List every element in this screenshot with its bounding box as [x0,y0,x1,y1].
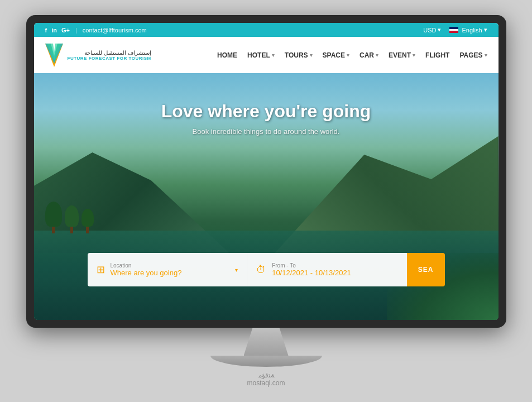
monitor-outer: f in G+ | contact@lfftourism.com USD ▾ [26,15,506,328]
flag-icon [449,27,458,33]
monitor: f in G+ | contact@lfftourism.com USD ▾ [26,15,506,328]
hero-subtitle: Book incredible things to do around the … [34,127,499,136]
nav-car[interactable]: CAR ▾ [360,51,378,59]
top-bar-left: f in G+ | contact@lfftourism.com [45,27,147,34]
currency-arrow: ▾ [438,26,441,34]
logo-area: إستشراف المستقبل للسياحة FUTURE FORECAST… [45,44,151,67]
location-dropdown-arrow: ▾ [235,267,238,273]
nav-hotel[interactable]: HOTEL ▾ [247,51,275,59]
hero-trees [45,202,94,233]
tree-crown-2 [65,205,79,227]
tree-1 [45,202,62,233]
facebook-icon[interactable]: f [45,27,47,34]
search-bar: ⊞ Location Where are you going? ▾ ⏱ [88,253,445,286]
watermark-url: mostaql.com [247,379,285,387]
location-icon: ⊞ [97,264,105,276]
nav-flight[interactable]: FLIGHT [425,51,449,59]
space-arrow: ▾ [347,52,349,58]
watermark: ﺔﺘﻗﺆﻣ mostaql.com [247,371,285,387]
calendar-icon: ⏱ [256,264,266,276]
language-selector[interactable]: English ▾ [449,26,487,34]
monitor-screen: f in G+ | contact@lfftourism.com USD ▾ [34,23,499,320]
tree-trunk-2 [70,227,73,233]
location-content: Location Where are you going? [111,262,182,277]
tree-trunk-3 [86,227,89,233]
monitor-stand-base [210,356,322,367]
tree-crown-1 [45,202,62,227]
car-arrow: ▾ [376,52,378,58]
logo-line1: FUTURE FORECAST FOR [68,56,129,61]
linkedin-icon[interactable]: in [51,27,57,34]
hero-title: Love where you're going [34,101,499,122]
googleplus-icon[interactable]: G+ [61,27,70,34]
website: f in G+ | contact@lfftourism.com USD ▾ [34,23,499,320]
currency-value: USD [423,27,436,34]
logo-v-icon [45,44,63,67]
nav-pages[interactable]: PAGES ▾ [459,51,487,59]
scene: f in G+ | contact@lfftourism.com USD ▾ [0,0,532,402]
nav-tours[interactable]: TOURS ▾ [285,51,313,59]
tours-arrow: ▾ [310,52,313,58]
nav-home[interactable]: HOME [217,51,237,59]
social-links: f in G+ [45,27,70,34]
language-value: English [462,27,482,34]
tree-3 [82,209,94,233]
watermark-arabic: ﺔﺘﻗﺆﻣ [247,371,285,379]
location-label: Location [111,262,182,269]
event-arrow: ▾ [413,52,415,58]
logo-english: FUTURE FORECAST FOR TOURISM [68,56,151,61]
date-content: From - To 10/12/2021 - 10/13/2021 [272,262,351,277]
monitor-stand-neck [244,328,289,356]
tree-crown-3 [82,209,94,227]
divider: | [75,27,77,34]
logo-tourism: TOURISM [129,56,151,61]
lang-arrow: ▾ [484,26,487,34]
nav-links: HOME HOTEL ▾ TOURS ▾ SPACE ▾ CAR ▾ EVENT… [217,51,487,59]
tree-trunk-1 [52,227,55,233]
pages-arrow: ▾ [485,52,487,58]
search-button[interactable]: SEA [407,253,445,286]
logo-arabic: إستشراف المستقبل للسياحة [68,50,151,56]
nav-bar: إستشراف المستقبل للسياحة FUTURE FORECAST… [34,37,499,73]
top-bar: f in G+ | contact@lfftourism.com USD ▾ [34,23,499,37]
email-address: contact@lfftourism.com [83,27,147,34]
currency-selector[interactable]: USD ▾ [423,26,441,34]
nav-space[interactable]: SPACE ▾ [323,51,349,59]
location-value: Where are you going? [111,269,182,277]
top-bar-right: USD ▾ English ▾ [423,26,487,34]
date-value: 10/12/2021 - 10/13/2021 [272,269,351,277]
nav-event[interactable]: EVENT ▾ [389,51,415,59]
date-label: From - To [272,262,351,269]
logo-text: إستشراف المستقبل للسياحة FUTURE FORECAST… [68,50,151,61]
hero-section: Love where you're going Book incredible … [34,73,499,320]
date-field[interactable]: ⏱ From - To 10/12/2021 - 10/13/2021 [247,253,407,286]
tree-2 [65,205,79,233]
location-field[interactable]: ⊞ Location Where are you going? ▾ [88,253,248,286]
hotel-arrow: ▾ [272,52,275,58]
hero-content: Love where you're going Book incredible … [34,101,499,136]
